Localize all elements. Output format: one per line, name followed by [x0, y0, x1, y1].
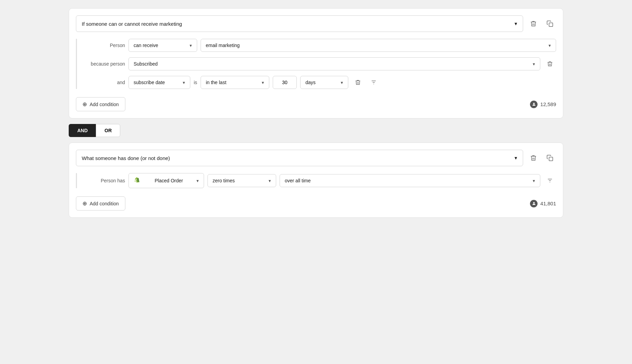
page-wrapper: If someone can or cannot receive marketi…: [69, 8, 563, 218]
block2-count-area: 41,801: [530, 200, 556, 207]
block1-header-dropdown[interactable]: If someone can or cannot receive marketi…: [76, 15, 523, 32]
condition-3-label: and: [84, 80, 125, 85]
condition-3-filter-button[interactable]: [368, 76, 380, 89]
block2: What someone has done (or not done) ▾: [69, 143, 563, 218]
block1-plus-icon: ⊕: [82, 101, 87, 107]
zero-times-value: zero times: [213, 178, 235, 183]
svg-rect-5: [549, 157, 553, 161]
days-number-input[interactable]: [273, 76, 297, 89]
condition-row-2: because person Subscribed ▾: [84, 57, 556, 70]
over-all-time-dropdown[interactable]: over all time ▾: [280, 174, 540, 187]
over-all-time-chevron: ▾: [533, 178, 535, 183]
block2-conditions: Person has Placed Order ▾ zero times ▾: [76, 173, 556, 188]
subscribe-date-chevron: ▾: [183, 80, 185, 85]
block2-footer: ⊕ Add condition 41,801: [76, 196, 556, 211]
block1-header: If someone can or cannot receive marketi…: [76, 15, 556, 32]
block1-header-chevron: ▾: [515, 21, 517, 27]
block1: If someone can or cannot receive marketi…: [69, 8, 563, 118]
subscribed-value: Subscribed: [134, 61, 158, 67]
svg-rect-0: [549, 23, 553, 27]
block1-header-label: If someone can or cannot receive marketi…: [82, 21, 182, 27]
and-button[interactable]: AND: [69, 124, 96, 137]
block1-count-icon: [530, 101, 538, 108]
logic-toggle: AND OR: [69, 124, 563, 137]
placed-order-filter-button[interactable]: [544, 174, 556, 187]
in-the-last-value: in the last: [206, 80, 226, 85]
block2-add-condition-button[interactable]: ⊕ Add condition: [76, 196, 125, 211]
email-marketing-dropdown[interactable]: email marketing ▾: [201, 39, 556, 52]
block2-header-dropdown[interactable]: What someone has done (or not done) ▾: [76, 150, 523, 166]
can-receive-chevron: ▾: [190, 43, 192, 48]
block1-footer: ⊕ Add condition 12,589: [76, 97, 556, 111]
subscribe-date-dropdown[interactable]: subscribe date ▾: [128, 76, 190, 89]
subscribed-chevron: ▾: [533, 61, 535, 67]
days-value: days: [305, 80, 316, 85]
email-marketing-value: email marketing: [206, 43, 240, 48]
subscribed-dropdown[interactable]: Subscribed ▾: [128, 57, 540, 70]
block2-add-condition-label: Add condition: [90, 201, 119, 206]
block1-delete-button[interactable]: [527, 18, 540, 30]
block1-count-area: 12,589: [530, 101, 556, 108]
block2-count-icon: [530, 200, 538, 207]
block2-count-value: 41,801: [540, 201, 556, 206]
placed-order-value: Placed Order: [155, 178, 183, 183]
svg-point-4: [533, 103, 534, 104]
subscribe-date-value: subscribe date: [134, 80, 165, 85]
placed-order-chevron: ▾: [196, 178, 199, 183]
condition-row-placed-order: Person has Placed Order ▾ zero times ▾: [84, 173, 556, 188]
condition-1-label: Person: [84, 43, 125, 48]
block1-count-value: 12,589: [540, 101, 556, 107]
can-receive-dropdown[interactable]: can receive ▾: [128, 39, 197, 52]
condition-row-1: Person can receive ▾ email marketing ▾: [84, 39, 556, 52]
block1-copy-button[interactable]: [544, 18, 556, 30]
email-marketing-chevron: ▾: [549, 43, 551, 48]
svg-point-9: [533, 202, 534, 203]
condition-3-is-label: is: [194, 80, 197, 85]
placed-order-dropdown[interactable]: Placed Order ▾: [128, 173, 204, 188]
condition-3-delete-button[interactable]: [352, 76, 364, 89]
days-dropdown[interactable]: days ▾: [300, 76, 348, 89]
shopify-icon: [134, 177, 141, 184]
block2-header-label: What someone has done (or not done): [82, 155, 170, 161]
days-chevron: ▾: [341, 80, 343, 85]
zero-times-dropdown[interactable]: zero times ▾: [207, 174, 276, 187]
in-the-last-chevron: ▾: [262, 80, 264, 85]
or-button[interactable]: OR: [96, 124, 120, 137]
block1-conditions: Person can receive ▾ email marketing ▾ b…: [76, 39, 556, 89]
block1-add-condition-label: Add condition: [90, 102, 119, 107]
over-all-time-value: over all time: [285, 178, 311, 183]
block2-header: What someone has done (or not done) ▾: [76, 150, 556, 166]
block2-header-chevron: ▾: [515, 155, 517, 161]
zero-times-chevron: ▾: [269, 178, 271, 183]
block1-add-condition-button[interactable]: ⊕ Add condition: [76, 97, 125, 111]
condition-2-delete-button[interactable]: [544, 58, 556, 70]
block2-plus-icon: ⊕: [82, 200, 87, 207]
person-has-label: Person has: [84, 178, 125, 183]
block2-copy-button[interactable]: [544, 152, 556, 164]
can-receive-value: can receive: [134, 43, 158, 48]
in-the-last-dropdown[interactable]: in the last ▾: [201, 76, 269, 89]
condition-2-label: because person: [84, 61, 125, 67]
block2-delete-button[interactable]: [527, 152, 540, 164]
condition-row-3: and subscribe date ▾ is in the last ▾ da…: [84, 76, 556, 89]
